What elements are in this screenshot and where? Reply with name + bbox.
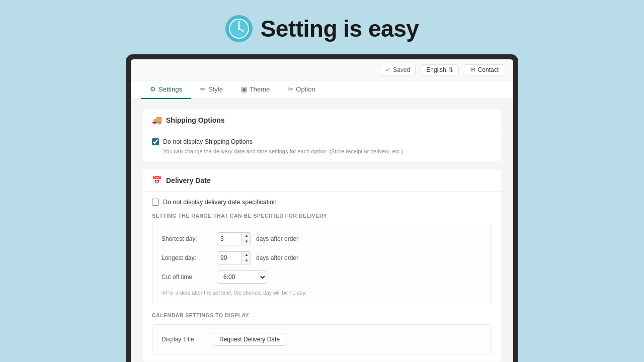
svg-point-5 (238, 28, 240, 30)
saved-badge: ✓ Saved (380, 64, 416, 75)
tab-style[interactable]: ✏ Style (191, 80, 232, 99)
check-circle-icon: ✓ (385, 66, 391, 73)
tab-option-label: Option (296, 85, 315, 93)
app-screen: ✓ Saved English ⇅ ✉ Contact ⚙ Settings (131, 59, 513, 362)
saved-label: Saved (393, 66, 410, 73)
delivery-date-checkbox-label[interactable]: Do not display delivery date specificati… (163, 199, 277, 206)
calendar-settings-box: Display Title Request Delivery Date (152, 324, 492, 354)
settings-icon: ⚙ (150, 85, 156, 93)
hero-title: Setting is easy (261, 15, 419, 42)
delivery-date-checkbox-row: Do not display delivery date specificati… (152, 199, 492, 206)
app-content: 🚚 Shipping Options Do not display Shippi… (131, 99, 513, 362)
calendar-icon: 📅 (152, 175, 162, 185)
option-icon: ✂ (288, 85, 293, 93)
display-title-label: Display Title (162, 336, 207, 343)
cut-off-label: Cut off time (162, 274, 212, 281)
longest-day-row: Longest day: ▲ ▼ days after order (162, 251, 482, 264)
shortest-day-label: Shortest day: (162, 235, 212, 242)
tab-theme-label: Theme (250, 85, 270, 93)
range-section-label: SETTING THE RANGE THAT CAN BE SPECIFIED … (152, 213, 492, 219)
shortest-day-row: Shortest day: ▲ ▼ days after order (162, 232, 482, 245)
shipping-checkbox-label[interactable]: Do not display Shipping Options (163, 138, 253, 145)
hero-header: Setting is easy (225, 15, 419, 42)
longest-day-label: Longest day: (162, 254, 212, 261)
delivery-date-title: Delivery Date (166, 176, 211, 185)
longest-day-input[interactable] (217, 252, 242, 263)
app-tabs: ⚙ Settings ✏ Style ▣ Theme ✂ Option (131, 80, 513, 99)
laptop-device: ✓ Saved English ⇅ ✉ Contact ⚙ Settings (126, 54, 518, 362)
app-topbar: ✓ Saved English ⇅ ✉ Contact (131, 59, 513, 80)
shortest-day-input-wrapper: ▲ ▼ (217, 232, 251, 245)
language-selector[interactable]: English ⇅ (421, 64, 458, 75)
shipping-options-header: 🚚 Shipping Options (143, 109, 501, 131)
shortest-day-up[interactable]: ▲ (242, 233, 251, 239)
truck-icon: 🚚 (152, 115, 162, 125)
contact-button[interactable]: ✉ Contact (464, 64, 505, 75)
shortest-day-spinners: ▲ ▼ (242, 233, 251, 245)
laptop-screen: ✓ Saved English ⇅ ✉ Contact ⚙ Settings (126, 54, 518, 362)
tab-style-label: Style (208, 85, 223, 93)
longest-day-down[interactable]: ▼ (242, 258, 251, 264)
delivery-date-header: 📅 Delivery Date (143, 169, 501, 192)
longest-day-unit: days after order (256, 254, 298, 261)
shortest-day-unit: days after order (256, 235, 298, 242)
calendar-section-label: CALENDAR SETTINGS TO DISPLAY (152, 312, 492, 318)
theme-icon: ▣ (241, 85, 247, 93)
cut-off-note: ※For orders after the set time, the shor… (162, 290, 482, 296)
envelope-icon: ✉ (470, 66, 475, 73)
range-box: Shortest day: ▲ ▼ days after order (152, 224, 492, 304)
shortest-day-down[interactable]: ▼ (242, 239, 251, 245)
display-title-value: Request Delivery Date (213, 333, 286, 346)
shipping-checkbox[interactable] (152, 138, 159, 145)
app-clock-icon (225, 15, 253, 42)
delivery-date-section: 📅 Delivery Date Do not display delivery … (143, 169, 501, 361)
cut-off-select[interactable]: 6:00 7:00 8:00 9:00 10:00 12:00 (217, 270, 267, 284)
longest-day-input-wrapper: ▲ ▼ (217, 251, 251, 264)
shipping-hint: You can change the delivery date and tim… (163, 148, 492, 154)
longest-day-spinners: ▲ ▼ (242, 252, 251, 264)
style-icon: ✏ (200, 85, 206, 93)
shipping-options-body: Do not display Shipping Options You can … (143, 131, 501, 161)
shortest-day-input[interactable] (217, 233, 242, 244)
longest-day-up[interactable]: ▲ (242, 252, 251, 258)
shipping-options-title: Shipping Options (166, 116, 225, 124)
tab-option[interactable]: ✂ Option (279, 80, 324, 99)
delivery-date-body: Do not display delivery date specificati… (143, 192, 501, 361)
tab-theme[interactable]: ▣ Theme (232, 80, 279, 99)
tab-settings[interactable]: ⚙ Settings (141, 80, 191, 99)
language-value: English (426, 66, 446, 73)
calendar-settings: CALENDAR SETTINGS TO DISPLAY Display Tit… (152, 312, 492, 354)
shipping-checkbox-row: Do not display Shipping Options (152, 138, 492, 145)
delivery-date-checkbox[interactable] (152, 199, 159, 206)
tab-settings-label: Settings (158, 85, 182, 93)
shipping-options-section: 🚚 Shipping Options Do not display Shippi… (143, 109, 501, 161)
contact-label: Contact (478, 66, 499, 73)
display-title-row: Display Title Request Delivery Date (162, 333, 482, 346)
chevron-icon: ⇅ (448, 66, 453, 73)
cut-off-row: Cut off time 6:00 7:00 8:00 9:00 10:00 1… (162, 270, 482, 284)
